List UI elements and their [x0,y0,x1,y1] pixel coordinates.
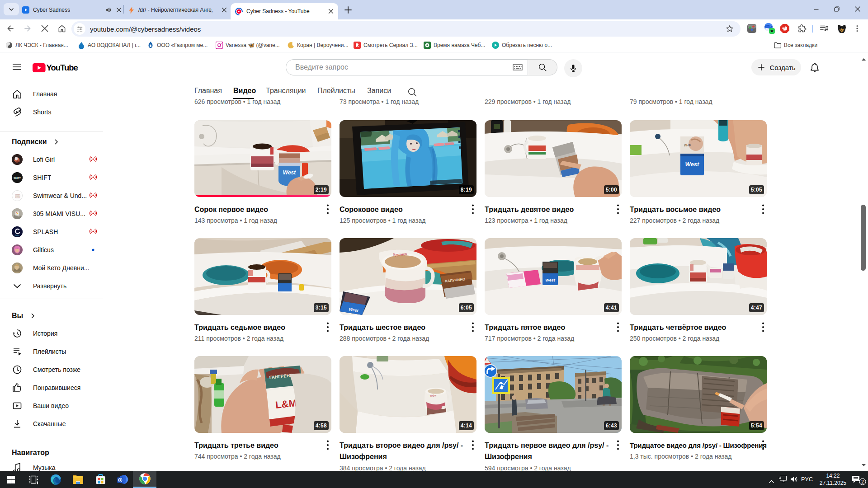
svg-text:L&M: L&M [275,397,297,411]
svg-text:ИНФ: ИНФ [684,144,691,147]
svg-text:YouTube: YouTube [47,63,78,72]
svg-text:West: West [685,161,699,168]
svg-text:West: West [545,278,555,282]
svg-text:SHIFT: SHIFT [14,177,21,179]
svg-text:Splash: Splash [15,235,19,236]
svg-text:GREAT: GREAT [16,196,20,198]
svg-text:2: 2 [861,479,864,484]
svg-text:West: West [283,169,296,176]
svg-text:кофе: кофе [430,394,437,397]
